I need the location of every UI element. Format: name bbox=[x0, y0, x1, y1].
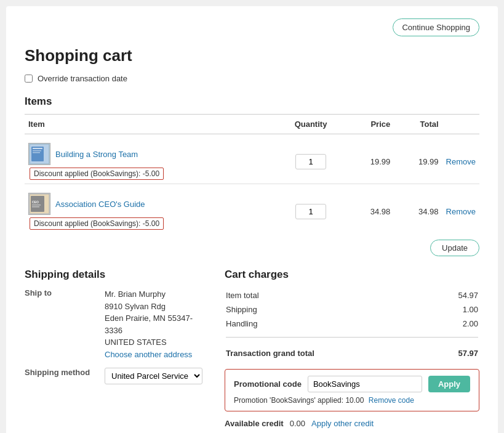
promo-row: Promotional code Apply bbox=[234, 376, 470, 392]
items-section-title: Items bbox=[25, 95, 479, 108]
available-credit-row: Available credit 0.00 Apply other credit bbox=[225, 419, 479, 428]
item-total: 34.98 bbox=[394, 184, 442, 234]
charge-label: Item total bbox=[225, 288, 429, 302]
item-cell: CEO Association CEO's Guide Discount app… bbox=[28, 193, 272, 230]
quantity-input[interactable] bbox=[295, 154, 326, 169]
col-total: Total bbox=[394, 115, 442, 134]
credit-value: 0.00 bbox=[290, 419, 305, 428]
remove-link[interactable]: Remove bbox=[446, 207, 476, 216]
shipping-grid: Ship to Mr. Brian Murphy 8910 Sylvan Rdg… bbox=[25, 288, 206, 384]
item-name-link[interactable]: Building a Strong Team bbox=[55, 150, 138, 159]
apply-button[interactable]: Apply bbox=[428, 376, 470, 392]
charge-divider-row bbox=[225, 331, 479, 344]
apply-credit-link[interactable]: Apply other credit bbox=[311, 419, 374, 428]
update-button[interactable]: Update bbox=[430, 240, 479, 256]
charge-label: Shipping bbox=[225, 302, 429, 317]
page-title: Shopping cart bbox=[25, 46, 479, 65]
item-price: 19.99 bbox=[346, 134, 394, 184]
svg-rect-2 bbox=[33, 148, 42, 149]
svg-text:CEO: CEO bbox=[32, 200, 39, 204]
override-label: Override transaction date bbox=[38, 74, 127, 83]
charge-value: 1.00 bbox=[429, 302, 479, 317]
items-table: Item Quantity Price Total bbox=[25, 114, 479, 233]
grand-total-value: 57.97 bbox=[429, 344, 479, 360]
discount-badge: Discount applied (BookSavings): -5.00 bbox=[30, 217, 164, 230]
override-row: Override transaction date bbox=[25, 74, 479, 83]
shipping-method-select[interactable]: United Parcel Service bbox=[105, 368, 202, 384]
svg-rect-6 bbox=[31, 196, 44, 212]
table-row: CEO Association CEO's Guide Discount app… bbox=[25, 184, 479, 234]
promo-input[interactable] bbox=[308, 376, 422, 392]
promo-success-message: Promotion 'BookSavings' applied: 10.00 R… bbox=[234, 396, 470, 405]
ship-to-label: Ship to bbox=[25, 288, 98, 360]
svg-rect-4 bbox=[33, 152, 40, 153]
remove-code-link[interactable]: Remove code bbox=[369, 396, 414, 405]
item-thumbnail: CEO bbox=[28, 193, 50, 215]
charge-value: 54.97 bbox=[429, 288, 479, 302]
grand-total-row: Transaction grand total 57.97 bbox=[225, 344, 479, 360]
promo-label: Promotional code bbox=[234, 379, 302, 389]
svg-rect-8 bbox=[32, 204, 41, 206]
item-thumbnail bbox=[28, 143, 50, 165]
quantity-input[interactable] bbox=[295, 204, 326, 219]
choose-address-link[interactable]: Choose another address bbox=[105, 350, 192, 359]
remove-link[interactable]: Remove bbox=[446, 157, 476, 166]
svg-rect-3 bbox=[33, 150, 41, 152]
grand-total-label: Transaction grand total bbox=[225, 344, 429, 360]
item-price: 34.98 bbox=[346, 184, 394, 234]
cart-charges-section: Cart charges Item total 54.97 Shipping 1… bbox=[225, 269, 479, 428]
promo-section: Promotional code Apply Promotion 'BookSa… bbox=[225, 369, 479, 411]
charge-row: Handling 2.00 bbox=[225, 317, 479, 331]
col-price: Price bbox=[346, 115, 394, 134]
item-name-link[interactable]: Association CEO's Guide bbox=[55, 200, 145, 209]
shipping-method-value: United Parcel Service bbox=[105, 368, 206, 384]
charge-value: 2.00 bbox=[429, 317, 479, 331]
col-quantity: Quantity bbox=[276, 115, 346, 134]
shipping-title: Shipping details bbox=[25, 269, 206, 281]
top-bar: Continue Shopping bbox=[25, 18, 479, 36]
lower-section: Shipping details Ship to Mr. Brian Murph… bbox=[25, 269, 479, 428]
item-cell: Building a Strong Team Discount applied … bbox=[28, 143, 272, 180]
table-row: Building a Strong Team Discount applied … bbox=[25, 134, 479, 184]
shipping-method-label: Shipping method bbox=[25, 368, 98, 384]
charges-table: Item total 54.97 Shipping 1.00 Handling … bbox=[225, 288, 479, 360]
col-item: Item bbox=[25, 115, 276, 134]
charge-row: Shipping 1.00 bbox=[225, 302, 479, 317]
charges-title: Cart charges bbox=[225, 269, 479, 281]
shipping-section: Shipping details Ship to Mr. Brian Murph… bbox=[25, 269, 206, 428]
override-checkbox[interactable] bbox=[25, 75, 33, 83]
credit-label: Available credit bbox=[225, 419, 284, 428]
continue-shopping-button[interactable]: Continue Shopping bbox=[393, 18, 479, 36]
charge-label: Handling bbox=[225, 317, 429, 331]
svg-rect-9 bbox=[32, 206, 39, 208]
discount-badge: Discount applied (BookSavings): -5.00 bbox=[30, 168, 164, 180]
charge-row: Item total 54.97 bbox=[225, 288, 479, 302]
update-row: Update bbox=[25, 240, 479, 256]
ship-to-value: Mr. Brian Murphy 8910 Sylvan Rdg Eden Pr… bbox=[105, 288, 206, 360]
item-total: 19.99 bbox=[394, 134, 442, 184]
